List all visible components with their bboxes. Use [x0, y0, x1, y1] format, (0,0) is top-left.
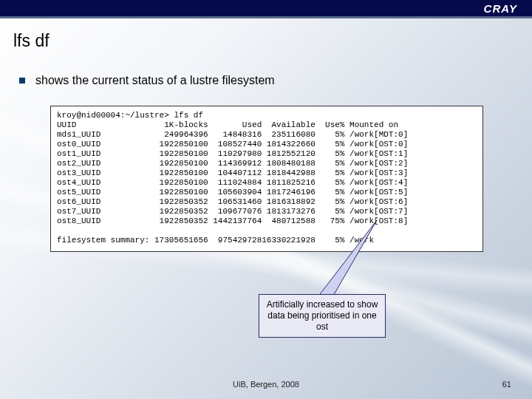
bullet-text: shows the current status of a lustre fil…: [35, 74, 275, 87]
bullet-square-icon: [19, 78, 25, 83]
slide: CRAY lfs df shows the current status of …: [0, 0, 532, 399]
bullet-row: shows the current status of a lustre fil…: [19, 74, 275, 87]
slide-title: lfs df: [13, 31, 50, 51]
brand-logo: CRAY: [484, 2, 517, 15]
callout-box: Artificially increased to show data bein…: [259, 294, 386, 338]
footer-center: UiB, Bergen, 2008: [0, 380, 532, 389]
header-accent-bar: [0, 16, 532, 18]
footer-page-number: 61: [502, 380, 511, 389]
terminal-pre: kroy@nid00004:~/lustre> lfs df UUID 1K-b…: [57, 111, 477, 245]
terminal-output-box: kroy@nid00004:~/lustre> lfs df UUID 1K-b…: [50, 106, 483, 252]
header-bar: CRAY: [0, 0, 532, 16]
